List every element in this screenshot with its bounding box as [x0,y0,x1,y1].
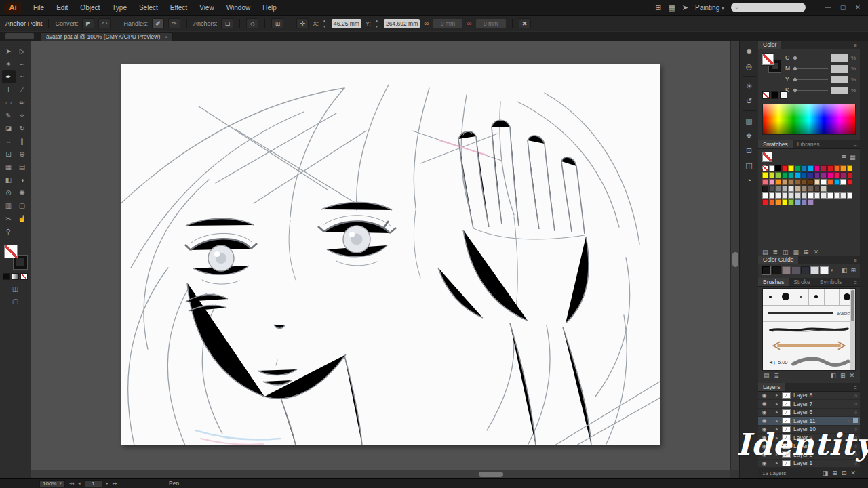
lock-toggle[interactable] [768,443,774,449]
target-circle-icon[interactable]: ○ [852,435,860,440]
swatch[interactable] [775,179,781,185]
new-sublayer-icon[interactable]: ⊞ [832,470,837,476]
artboard-tool[interactable]: ▢ [16,199,29,212]
black-swatch[interactable] [771,92,778,99]
swatch[interactable] [795,199,801,205]
swatch[interactable] [782,186,788,192]
transform-menu-button[interactable]: ✖ [519,18,531,28]
base-color-swatch[interactable] [762,266,770,274]
swatch[interactable] [775,186,781,192]
horizontal-scroll-thumb[interactable] [479,472,503,477]
scale-tool[interactable]: ⇔ [2,135,16,148]
target-circle-icon[interactable]: ○ [852,452,860,457]
swatch[interactable] [769,199,775,205]
search-input[interactable]: ⌕ [731,3,806,12]
canvas-vertical-scrollbar[interactable] [730,41,739,470]
show-handles-button[interactable]: ✐ [152,18,164,28]
swatch[interactable] [802,179,808,185]
brush-item-charcoal[interactable] [763,322,855,338]
shape-builder-tool[interactable]: ⊕ [16,148,29,161]
swatch[interactable] [808,165,814,171]
symbols-panel-icon[interactable]: ↺ [742,96,757,106]
tab-color[interactable]: Color [758,41,781,49]
swatch[interactable] [821,186,827,192]
visibility-eye-icon[interactable]: ◉ [760,460,768,466]
menu-edit[interactable]: Edit [50,0,74,16]
corner-widget-button[interactable]: ◇ [246,18,258,28]
calligraphic-brush-4[interactable] [809,289,825,305]
calligraphic-brush-1[interactable] [763,289,778,305]
swatch-options-icon[interactable]: ▦ [793,249,800,256]
bridge-icon[interactable]: ⊞ [655,3,661,12]
fill-swatch[interactable] [4,245,18,258]
swatch[interactable] [840,172,846,178]
visibility-eye-icon[interactable]: ◉ [760,426,768,432]
swatch[interactable] [788,199,794,205]
align-options-button[interactable]: ⊞ [271,18,283,28]
transparency-panel-icon[interactable]: ◔ [742,175,757,186]
layer-row[interactable]: ◉▸Layer 7○ [758,400,860,409]
swatch[interactable] [847,192,853,199]
visibility-eye-icon[interactable]: ◉ [760,409,768,415]
swatch[interactable] [827,179,833,185]
height-field[interactable]: 0 mm [476,19,506,28]
visibility-eye-icon[interactable]: ◉ [760,401,768,407]
share-icon[interactable]: ➤ [682,3,688,12]
swatch[interactable] [821,179,827,185]
channel-slider[interactable] [793,68,828,69]
layer-name[interactable]: Layer 7 [793,401,852,407]
lock-toggle[interactable] [768,401,774,407]
graphic-styles-panel-icon[interactable]: ✳ [742,81,757,92]
maximize-button[interactable]: ▢ [838,3,848,12]
panel-menu-icon[interactable]: ≡ [854,280,860,286]
white-swatch[interactable] [780,92,787,99]
swatch[interactable] [782,172,788,178]
rotate-tool[interactable]: ↻ [16,122,29,135]
swatch[interactable] [795,172,801,178]
brush-list-scrollbar[interactable] [850,289,855,370]
expand-arrow-icon[interactable]: ▸ [776,443,782,449]
swatch[interactable] [808,192,814,199]
swatch[interactable] [775,172,781,178]
mesh-tool[interactable]: ▤ [16,161,29,174]
previous-artboard-button[interactable]: ◂ [78,481,81,486]
layer-name[interactable]: Layer 8 [793,392,852,399]
canvas-area[interactable] [31,41,739,478]
appearance-panel-icon[interactable]: ✹ [742,46,757,57]
lock-toggle[interactable] [768,409,774,415]
swatch[interactable] [802,172,808,178]
visibility-eye-icon[interactable]: ◉ [760,443,768,449]
channel-value-field[interactable] [831,54,848,62]
swatch-group-icon[interactable]: ◫ [783,249,789,256]
fill-stroke-proxy[interactable] [762,54,783,74]
swatch[interactable] [821,192,827,199]
calligraphic-brush-5[interactable] [825,289,840,305]
swatch[interactable] [762,165,768,171]
swatch[interactable] [827,172,833,178]
menu-type[interactable]: Type [106,0,133,16]
swatch[interactable] [762,199,768,205]
brush-strokes-icon[interactable]: ≣ [774,372,780,379]
eraser-tool[interactable]: ◪ [2,122,16,135]
swatch[interactable] [788,186,794,192]
channel-slider[interactable] [793,58,828,58]
tab-symbols[interactable]: Symbols [815,278,847,286]
screen-mode-icon[interactable]: ▢ [12,298,18,305]
curvature-tool[interactable]: ~ [16,70,29,83]
swatch[interactable] [821,165,827,171]
layer-name[interactable]: Layer 6 [793,409,852,415]
swatch[interactable] [788,192,794,199]
convert-smooth-button[interactable]: ◠ [98,18,111,28]
lock-toggle[interactable] [768,426,774,432]
swatch[interactable] [762,186,768,192]
swatch[interactable] [808,172,814,178]
workspace-switcher[interactable]: Painting ▾ [695,4,724,12]
swatch[interactable] [814,192,821,199]
make-mask-icon[interactable]: ◨ [823,470,829,476]
symbol-sprayer-tool[interactable]: ✺ [16,186,29,199]
drawing-modes-icon[interactable]: ◫ [12,285,18,293]
perspective-grid-tool[interactable]: ▦ [2,161,16,174]
target-circle-icon[interactable]: ○ [852,461,860,466]
x-stepper[interactable]: ▲▼ [323,19,328,28]
swatch[interactable] [808,179,814,185]
